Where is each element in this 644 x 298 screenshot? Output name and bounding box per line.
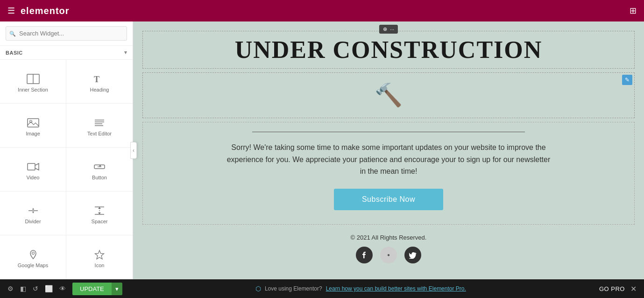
- sidebar: BASIC ▾ Inner Section T: [0, 21, 133, 279]
- section-label: BASIC: [6, 50, 23, 56]
- widget-divider-label: Divider: [25, 219, 41, 224]
- svg-rect-3: [28, 119, 39, 127]
- subscribe-button[interactable]: Subscribe Now: [334, 189, 443, 210]
- promo-link[interactable]: Learn how you can build better sites wit…: [326, 285, 466, 292]
- widget-inner-section-label: Inner Section: [18, 87, 48, 92]
- divider-line: [252, 132, 524, 132]
- divider-icon: [27, 206, 40, 216]
- search-input[interactable]: [6, 26, 127, 41]
- elementor-icon-bottom: ⬡: [255, 285, 261, 292]
- eye-icon[interactable]: 👁: [59, 285, 66, 292]
- bottom-bar-center: ⬡ Love using Elementor? Learn how you ca…: [255, 285, 466, 292]
- canvas-area: ⊕ ··· UNDER CONSTRUCTION ✎ 🔨 Sorry! We'r…: [133, 21, 644, 279]
- svg-marker-21: [95, 250, 104, 259]
- widget-google-maps-label: Google Maps: [18, 263, 48, 268]
- widget-heading[interactable]: T Heading: [66, 60, 133, 104]
- footer-copyright: © 2021 All Rights Reserved.: [142, 234, 635, 241]
- grid-icon[interactable]: ⊞: [630, 6, 637, 16]
- widget-image-label: Image: [26, 131, 40, 136]
- promo-text: Love using Elementor?: [265, 285, 322, 292]
- sidebar-collapse-handle[interactable]: ‹: [130, 142, 137, 159]
- widget-button[interactable]: Button: [66, 148, 133, 192]
- main-body-section: Sorry! We're taking some time to make so…: [142, 122, 635, 225]
- page-footer: © 2021 All Rights Reserved. ●: [133, 225, 644, 273]
- svg-text:T: T: [94, 75, 99, 84]
- hammer-section[interactable]: ✎ 🔨: [142, 72, 635, 118]
- button-icon: [93, 162, 106, 172]
- edit-pencil-button[interactable]: ✎: [622, 75, 632, 85]
- widget-image[interactable]: Image: [0, 104, 66, 148]
- widget-button-label: Button: [92, 175, 107, 180]
- update-dropdown-button[interactable]: ▾: [112, 283, 122, 295]
- facebook-icon[interactable]: [356, 247, 373, 263]
- history-icon[interactable]: ↺: [33, 285, 38, 292]
- layers-icon[interactable]: ◧: [20, 285, 26, 292]
- settings-icon[interactable]: ⚙: [7, 285, 14, 292]
- toolbar-move-icon[interactable]: ⊕: [383, 26, 387, 32]
- svg-rect-9: [28, 163, 35, 170]
- widget-spacer-label: Spacer: [92, 219, 108, 224]
- svg-marker-14: [32, 212, 34, 213]
- section-collapse-icon[interactable]: ▾: [124, 50, 127, 56]
- update-wrap: UPDATE ▾: [72, 283, 122, 295]
- widget-heading-label: Heading: [90, 87, 109, 92]
- svg-marker-13: [32, 208, 34, 210]
- close-button[interactable]: ✕: [630, 284, 637, 293]
- hammer-icon: 🔨: [375, 82, 403, 108]
- widget-spacer[interactable]: Spacer: [66, 192, 133, 235]
- body-text: Sorry! We're taking some time to make so…: [225, 142, 552, 177]
- widget-video-label: Video: [27, 175, 40, 180]
- spacer-icon: [93, 206, 106, 216]
- widget-video[interactable]: Video: [0, 148, 66, 192]
- toolbar-dots-icon[interactable]: ···: [390, 27, 394, 32]
- widget-text-editor-label: Text Editor: [87, 131, 112, 136]
- page-content: ⊕ ··· UNDER CONSTRUCTION ✎ 🔨 Sorry! We'r…: [133, 21, 644, 273]
- widget-text-editor[interactable]: Text Editor: [66, 104, 133, 148]
- collapse-arrow-icon: ‹: [133, 147, 134, 154]
- search-box: [0, 21, 133, 46]
- widget-inner-section[interactable]: Inner Section: [0, 60, 66, 104]
- bottom-bar-left: ⚙ ◧ ↺ ⬜ 👁 UPDATE ▾: [7, 283, 122, 295]
- text-editor-icon: [93, 118, 106, 128]
- icon-widget-icon: [93, 249, 106, 260]
- hamburger-icon[interactable]: ☰: [7, 6, 15, 16]
- go-pro-button[interactable]: GO PRO: [599, 285, 625, 292]
- update-button[interactable]: UPDATE: [72, 283, 112, 295]
- footer-social: ●: [142, 247, 635, 263]
- responsive-icon[interactable]: ⬜: [45, 285, 53, 292]
- widget-google-maps[interactable]: Google Maps: [0, 235, 66, 279]
- heading-icon: T: [93, 74, 106, 84]
- bottom-bar: ⚙ ◧ ↺ ⬜ 👁 UPDATE ▾ ⬡ Love using Elemento…: [0, 279, 644, 298]
- widget-icon[interactable]: Icon: [66, 235, 133, 279]
- top-bar: ☰ elementor ⊞: [0, 0, 644, 21]
- canvas-scroll: ⊕ ··· UNDER CONSTRUCTION ✎ 🔨 Sorry! We'r…: [133, 21, 644, 279]
- svg-point-20: [32, 252, 34, 254]
- widget-icon-label: Icon: [95, 263, 105, 268]
- google-maps-icon: [27, 249, 40, 260]
- widget-divider[interactable]: Divider: [0, 192, 66, 235]
- circle-social-icon[interactable]: ●: [380, 247, 397, 263]
- elementor-logo: elementor: [21, 6, 70, 16]
- section-header: BASIC ▾: [0, 46, 133, 60]
- floating-toolbar: ⊕ ···: [379, 25, 398, 34]
- video-icon: [27, 162, 40, 172]
- bottom-bar-right: GO PRO ✕: [599, 284, 637, 293]
- twitter-icon[interactable]: [404, 247, 421, 263]
- page-title: UNDER CONSTRUCTION: [152, 36, 625, 64]
- inner-section-icon: [27, 74, 40, 84]
- title-section[interactable]: ⊕ ··· UNDER CONSTRUCTION: [142, 31, 635, 69]
- image-icon: [27, 118, 40, 128]
- widgets-grid: Inner Section T Heading: [0, 60, 133, 279]
